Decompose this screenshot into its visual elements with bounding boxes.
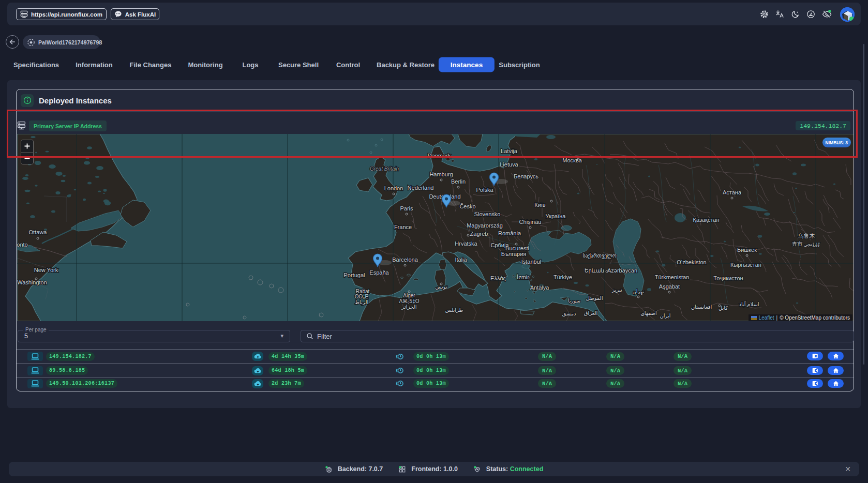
svg-text:Hrvatska: Hrvatska bbox=[455, 240, 477, 247]
svg-text:Magyarország: Magyarország bbox=[467, 222, 503, 229]
svg-text:دمشق: دمشق bbox=[562, 311, 576, 316]
svg-text:Slovensko: Slovensko bbox=[474, 211, 501, 217]
svg-text:Alger: Alger bbox=[403, 293, 415, 298]
svg-text:الموصل: الموصل bbox=[586, 295, 603, 301]
svg-text:ΛЖ₀5‡O: ΛЖ₀5‡O bbox=[399, 298, 420, 304]
svg-text:Italia: Italia bbox=[455, 256, 467, 263]
svg-text:تهران: تهران bbox=[632, 289, 644, 295]
svg-text:کابل: کابل bbox=[719, 305, 728, 311]
svg-text:Azərbaycan: Azərbaycan bbox=[607, 267, 637, 274]
svg-text:乌鲁木: 乌鲁木 bbox=[798, 233, 815, 239]
svg-text:Oʻzbekiston: Oʻzbekiston bbox=[677, 259, 706, 265]
svg-text:New York: New York bbox=[34, 267, 58, 273]
svg-text:Ottawa: Ottawa bbox=[29, 229, 48, 235]
svg-text:OΘ₀E: OΘ₀E bbox=[355, 294, 369, 299]
svg-text:İstanbul: İstanbul bbox=[521, 259, 542, 265]
svg-text:Türkiye: Türkiye bbox=[553, 274, 572, 280]
svg-text:تبريز: تبريز bbox=[611, 287, 622, 293]
svg-text:Кыргызстан: Кыргызстан bbox=[730, 262, 761, 268]
svg-text:România: România bbox=[498, 230, 521, 236]
svg-text:Nederland: Nederland bbox=[408, 185, 434, 191]
svg-text:اسلام آباد: اسلام آباد bbox=[739, 301, 759, 307]
svg-text:Portugal: Portugal bbox=[344, 272, 365, 278]
svg-text:ايران: ايران bbox=[660, 313, 670, 319]
svg-text:طرابلس: طرابلس bbox=[445, 307, 463, 313]
svg-text:Lietuva: Lietuva bbox=[500, 161, 518, 168]
svg-text:London: London bbox=[384, 185, 403, 191]
svg-text:Hamburg: Hamburg bbox=[429, 171, 453, 177]
svg-text:Aşgabat: Aşgabat bbox=[659, 283, 680, 290]
svg-text:Ελλάς: Ελλάς bbox=[490, 275, 506, 281]
svg-text:Türkmenistan: Türkmenistan bbox=[655, 274, 690, 280]
svg-text:България: България bbox=[501, 251, 527, 257]
svg-text:France: France bbox=[394, 224, 412, 230]
svg-text:سوريا: سوريا bbox=[568, 298, 580, 304]
svg-text:Chișinău: Chișinău bbox=[519, 219, 542, 225]
svg-text:Washington: Washington bbox=[17, 279, 47, 285]
svg-text:Berlin: Berlin bbox=[451, 178, 466, 185]
svg-text:Antalya: Antalya bbox=[530, 284, 550, 291]
svg-text:Қазақстан: Қазақстан bbox=[693, 217, 720, 223]
svg-text:افغانستان: افغانستان bbox=[691, 304, 712, 310]
svg-text:Երևան: Երևան bbox=[585, 268, 604, 274]
svg-text:Бишкек: Бишкек bbox=[737, 247, 757, 253]
svg-text:الرباط: الرباط bbox=[355, 299, 368, 305]
svg-text:العراق: العراق bbox=[584, 310, 598, 316]
svg-text:Paris: Paris bbox=[400, 205, 413, 212]
svg-text:საქართველო: საქართველო bbox=[582, 253, 616, 259]
svg-text:España: España bbox=[369, 269, 389, 276]
svg-text:Україна: Україна bbox=[546, 213, 566, 219]
svg-text:Polska: Polska bbox=[476, 187, 493, 193]
svg-text:Беларусь: Беларусь bbox=[514, 173, 538, 179]
svg-text:Barcelona: Barcelona bbox=[392, 256, 418, 263]
svg-text:Київ: Київ bbox=[534, 202, 546, 208]
svg-text:Астана: Астана bbox=[723, 189, 742, 195]
svg-text:齐市 ٷۇرۇمچی: 齐市 ٷۇرۇمچی bbox=[792, 241, 820, 247]
svg-text:Česko: Česko bbox=[459, 203, 475, 209]
svg-text:Toronto: Toronto bbox=[17, 242, 28, 248]
svg-text:Тоҷикистон: Тоҷикистон bbox=[713, 275, 743, 281]
svg-text:Zagreb: Zagreb bbox=[470, 231, 488, 237]
svg-text:الجزائر: الجزائر bbox=[401, 304, 417, 310]
svg-text:İzmir: İzmir bbox=[517, 274, 529, 280]
svg-text:Great Britain: Great Britain bbox=[370, 166, 399, 172]
